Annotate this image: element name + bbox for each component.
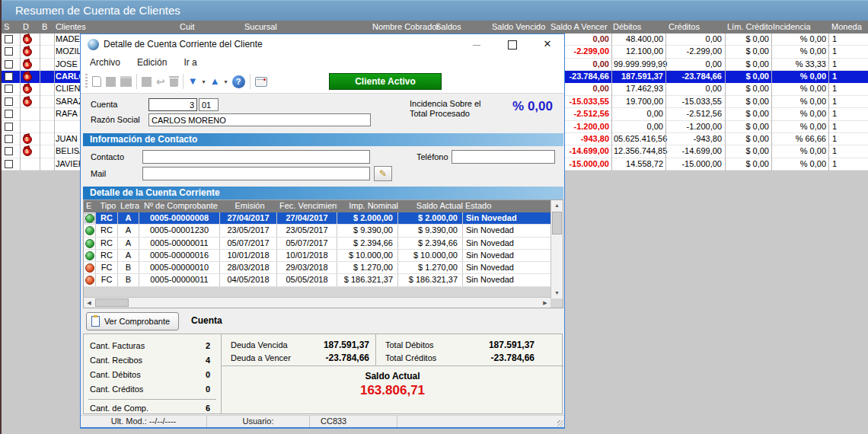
- horizontal-scrollbar[interactable]: ◀ ▶: [84, 297, 550, 308]
- deuda-vencida-row: Deuda Vencida187.591,37: [222, 339, 375, 352]
- col-header-creditos[interactable]: Créditos: [669, 21, 700, 34]
- scroll-right-icon[interactable]: ▶: [540, 298, 550, 308]
- tipo-cell: RC: [96, 250, 118, 261]
- col-header-nombre-cobrador[interactable]: Nombre Cobrador: [372, 21, 439, 34]
- col-header-debitos[interactable]: Débitos: [613, 21, 641, 34]
- row-checkbox[interactable]: [5, 135, 13, 143]
- toolbar-grip[interactable]: [85, 74, 88, 89]
- row-checkbox[interactable]: [5, 160, 13, 168]
- row-checkbox[interactable]: [5, 110, 13, 118]
- row-checkbox[interactable]: [5, 72, 13, 81]
- deuda-panel: Deuda Vencida187.591,37 Deuda a Vencer-2…: [222, 334, 375, 365]
- chevron-down-icon[interactable]: ▾: [203, 78, 206, 85]
- col-header-incidencia[interactable]: Incidencia: [773, 21, 811, 34]
- new-doc-icon[interactable]: [92, 76, 101, 87]
- mail-input[interactable]: [142, 167, 370, 180]
- col-header-sucursal[interactable]: Sucursal: [244, 21, 277, 34]
- col-comprobante[interactable]: Nº de Comprobante: [139, 200, 220, 212]
- row-checkbox[interactable]: [5, 47, 13, 56]
- comprobante-cell: 0005-00000016: [139, 250, 220, 261]
- summary-box: Cant. Facturas2 Cant. Recibos4 Cant. Déb…: [83, 333, 563, 414]
- scrollbar-thumb[interactable]: [552, 212, 562, 235]
- telefono-input[interactable]: [452, 150, 555, 164]
- cliente-activo-button[interactable]: Cliente Activo: [329, 73, 442, 90]
- money-bag-icon: [23, 73, 32, 81]
- menu-archivo[interactable]: Archivo: [90, 57, 120, 68]
- address-icon[interactable]: [255, 77, 267, 87]
- row-checkbox[interactable]: [5, 97, 13, 106]
- col-header-cuit[interactable]: Cuit: [180, 21, 195, 34]
- col-header-moneda[interactable]: Moneda: [831, 21, 862, 34]
- delete-icon[interactable]: [170, 78, 178, 87]
- emision-cell: 04/05/2018: [220, 274, 277, 286]
- mail-edit-button[interactable]: ✎: [374, 166, 392, 181]
- scrollbar-thumb[interactable]: [95, 298, 129, 307]
- comprobante-row[interactable]: RC A 0005-00001230 23/05/2017 23/05/2017…: [84, 225, 563, 237]
- scroll-down-icon[interactable]: ▼: [551, 288, 563, 298]
- sucursal-input[interactable]: [199, 98, 219, 111]
- scroll-left-icon[interactable]: ◀: [84, 298, 94, 308]
- col-tipo[interactable]: Tipo: [96, 200, 118, 212]
- saldo-actual-cell: $ 2.000,00: [398, 212, 463, 224]
- move-up-icon[interactable]: ▲: [210, 76, 220, 87]
- comprobante-row[interactable]: RC A 0005-00000008 27/04/2017 27/04/2017…: [84, 212, 563, 225]
- col-header-lim-credito[interactable]: Lím. Crédito: [727, 21, 773, 34]
- col-vencimiento[interactable]: Fec. Vencimiento: [277, 200, 337, 212]
- razon-social-input[interactable]: [148, 113, 371, 126]
- comprobante-row[interactable]: FC B 0005-00000011 04/05/2018 05/05/2018…: [84, 274, 563, 286]
- col-saldo-actual[interactable]: Saldo Actual: [398, 200, 463, 212]
- col-e[interactable]: E: [84, 200, 96, 212]
- print-icon[interactable]: [120, 76, 132, 87]
- close-button[interactable]: ✕: [536, 37, 559, 52]
- status-usuario-label: Usuario:: [207, 416, 310, 427]
- tab-cuenta[interactable]: Cuenta: [191, 315, 222, 326]
- move-down-icon[interactable]: ▼: [188, 76, 198, 87]
- row-checkbox[interactable]: [5, 147, 13, 155]
- row-checkbox[interactable]: [5, 60, 13, 69]
- vencimiento-cell: 29/03/2018: [277, 262, 337, 273]
- comprobante-row[interactable]: FC B 0005-00000010 28/03/2018 29/03/2018…: [84, 262, 563, 274]
- col-header-s[interactable]: S: [4, 21, 9, 34]
- col-imp-nominal[interactable]: Imp. Nominal: [337, 200, 398, 212]
- main-window: Resumen de Cuenta de Clientes S D B Clie…: [0, 0, 868, 434]
- col-header-saldo-vencido[interactable]: Saldo Vencido: [492, 21, 545, 34]
- col-letra[interactable]: Letra: [118, 200, 139, 212]
- minimize-button[interactable]: [465, 37, 488, 52]
- save-icon[interactable]: [106, 77, 116, 87]
- undo-icon[interactable]: ↩: [156, 76, 165, 87]
- help-icon[interactable]: ?: [232, 75, 245, 88]
- window-title: Resumen de Cuenta de Clientes: [15, 1, 180, 21]
- creditos-cell: 0,00: [668, 59, 722, 70]
- saldo-actual-label: Saldo Actual: [222, 371, 563, 381]
- vertical-scrollbar[interactable]: ▲ ▼: [550, 200, 563, 298]
- debitos-cell: 05.625.416,56: [614, 133, 663, 145]
- row-checkbox[interactable]: [5, 85, 13, 93]
- cuenta-input[interactable]: [148, 98, 197, 111]
- block-icon[interactable]: [142, 77, 152, 87]
- scroll-up-icon[interactable]: ▲: [551, 200, 563, 211]
- emision-cell: 23/05/2017: [220, 225, 277, 236]
- ver-comprobante-button[interactable]: Ver Comprobante: [86, 312, 179, 330]
- row-checkbox[interactable]: [5, 123, 13, 131]
- contacto-input[interactable]: [142, 150, 370, 164]
- chevron-down-icon[interactable]: ▾: [225, 78, 228, 85]
- comprobante-row[interactable]: RC A 0005-00000011 05/07/2017 05/07/2017…: [84, 238, 563, 250]
- incidencia-cell: % 0,00: [774, 46, 826, 57]
- incidencia-cell: % 0,00: [774, 108, 826, 120]
- letra-cell: B: [118, 262, 139, 273]
- col-header-saldo-a-vencer[interactable]: Saldo A Vencer: [550, 21, 608, 34]
- maximize-button[interactable]: [501, 37, 524, 52]
- col-header-saldos[interactable]: Saldos: [436, 21, 461, 34]
- col-header-b[interactable]: B: [42, 21, 47, 34]
- row-checkbox[interactable]: [5, 35, 13, 43]
- comprobante-row[interactable]: RC A 0005-00000016 10/01/2018 10/01/2018…: [84, 250, 563, 262]
- telefono-label: Teléfono: [416, 151, 448, 164]
- col-estado[interactable]: Estado: [463, 200, 552, 212]
- col-header-d[interactable]: D: [23, 21, 29, 34]
- resize-grip[interactable]: [557, 420, 563, 426]
- incidencia-cell: % 33,33: [774, 59, 826, 70]
- menu-ir-a[interactable]: Ir a: [183, 57, 196, 68]
- col-header-clientes[interactable]: Clientes: [56, 21, 86, 34]
- col-emision[interactable]: Emisión: [220, 200, 277, 212]
- menu-edicion[interactable]: Edición: [137, 57, 167, 68]
